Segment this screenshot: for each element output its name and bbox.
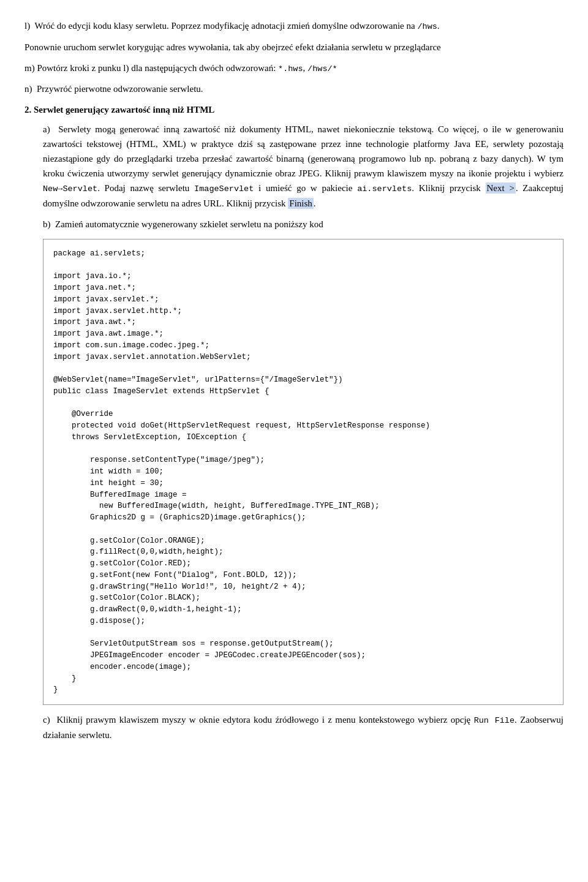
main-content: l) Wróć do edycji kodu klasy serwletu. P…: [24, 18, 564, 742]
intro-block: l) Wróć do edycji kodu klasy serwletu. P…: [24, 18, 564, 96]
code-hws-star: *.hws: [278, 64, 303, 74]
code-run-file: Run File: [474, 716, 514, 725]
point-a-label: a): [43, 124, 58, 134]
code-hws: /hws: [417, 22, 437, 31]
point-c-text: c) Kliknij prawym klawiszem myszy w okni…: [43, 712, 564, 742]
point-m-cont: m) Powtórz kroki z punku l) dla następuj…: [24, 61, 564, 76]
code-new-servlet: New→Servlet: [43, 184, 97, 194]
point-m-start: Ponownie uruchom serwlet korygując adres…: [24, 40, 564, 55]
point-c-label: c): [43, 715, 56, 725]
point-b-block: b) Zamień automatycznie wygenerowany szk…: [43, 217, 564, 705]
point-l: l) Wróć do edycji kodu klasy serwletu. P…: [24, 18, 564, 34]
finish-button-highlight: Finish: [288, 198, 314, 209]
code-ai-servlets: ai.servlets: [357, 184, 412, 194]
code-hws-slash: /hws/*: [307, 64, 337, 74]
section-2-title: 2. Serwlet generujący zawartość inną niż…: [24, 102, 564, 117]
code-imageservlet: ImageServlet: [194, 184, 254, 194]
section-2: 2. Serwlet generujący zawartość inną niż…: [24, 102, 564, 742]
code-block: package ai.servlets; import java.io.*; i…: [43, 239, 564, 705]
point-a-block: a) Serwlety mogą generować inną zawartoś…: [43, 122, 564, 211]
next-button-highlight: Next >: [486, 183, 516, 194]
point-c-block: c) Kliknij prawym klawiszem myszy w okni…: [43, 712, 564, 742]
point-a-text: a) Serwlety mogą generować inną zawartoś…: [43, 122, 564, 211]
point-b-text: b) Zamień automatycznie wygenerowany szk…: [43, 217, 564, 232]
point-n: n) Przywróć pierwotne odwzorowanie serwl…: [24, 81, 564, 96]
point-b-label: b): [43, 219, 55, 229]
